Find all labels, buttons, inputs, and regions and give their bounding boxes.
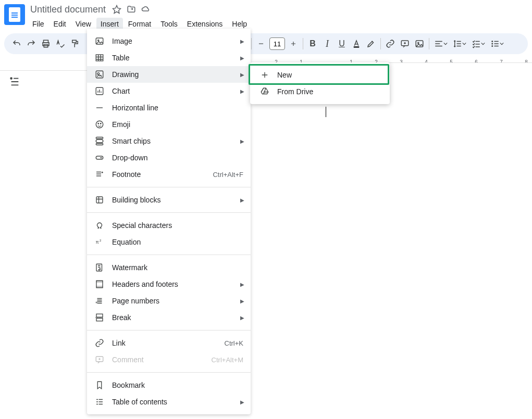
document-title[interactable]: Untitled document — [28, 4, 108, 15]
bookmark-icon — [94, 380, 105, 390]
submenu-item-label: New — [277, 71, 380, 79]
redo-button[interactable] — [24, 36, 39, 51]
menu-item-shortcut: Ctrl+Alt+F — [213, 171, 243, 179]
submenu-arrow-icon: ▶ — [240, 55, 244, 61]
menubar-item-edit[interactable]: Edit — [50, 18, 70, 30]
undo-button[interactable] — [9, 36, 24, 51]
add-comment-button[interactable] — [398, 36, 412, 51]
equation-icon: π2 — [94, 237, 105, 247]
print-button[interactable] — [39, 36, 53, 51]
menu-separator — [87, 212, 251, 213]
spellcheck-button[interactable] — [53, 36, 68, 51]
menu-item-footnote[interactable]: FootnoteCtrl+Alt+F — [87, 166, 251, 183]
svg-rect-14 — [96, 71, 103, 78]
align-button[interactable] — [431, 36, 450, 51]
show-outline-button[interactable] — [6, 73, 23, 91]
menu-item-watermark[interactable]: Watermark — [87, 259, 251, 276]
menu-item-label: Image — [112, 37, 243, 45]
submenu-arrow-icon: ▶ — [240, 282, 244, 287]
bulleted-list-button[interactable] — [488, 36, 506, 51]
text-color-button[interactable] — [349, 36, 364, 51]
paint-format-button[interactable] — [68, 36, 82, 51]
comment-icon — [94, 354, 105, 365]
menu-item-image[interactable]: Image▶ — [87, 33, 251, 49]
star-outline-icon[interactable] — [112, 5, 121, 14]
submenu-item-from-drive[interactable]: From Drive — [250, 83, 390, 100]
menu-item-shortcut: Ctrl+K — [225, 339, 243, 347]
menu-item-table-of-contents[interactable]: Table of contents▶ — [87, 393, 251, 410]
emoji-icon — [94, 119, 105, 130]
menu-item-equation[interactable]: π2Equation — [87, 234, 251, 250]
svg-point-7 — [492, 41, 493, 42]
menu-item-label: Watermark — [112, 263, 243, 272]
break-icon — [94, 312, 105, 323]
menu-item-smart-chips[interactable]: Smart chips▶ — [87, 133, 251, 149]
svg-rect-3 — [354, 46, 360, 47]
menu-item-label: Bookmark — [112, 381, 243, 389]
svg-rect-20 — [96, 139, 103, 143]
svg-point-6 — [418, 42, 419, 43]
menu-item-break[interactable]: Break▶ — [87, 309, 251, 326]
font-size-input[interactable] — [269, 37, 285, 50]
headers-footers-icon — [94, 279, 105, 289]
menu-item-building-blocks[interactable]: Building blocks▶ — [87, 192, 251, 208]
menu-item-page-numbers[interactable]: #Page numbers▶ — [87, 293, 251, 309]
menubar-item-file[interactable]: File — [28, 18, 48, 30]
svg-rect-21 — [96, 137, 103, 139]
menu-item-label: Drawing — [112, 70, 243, 79]
menu-item-shortcut: Ctrl+Alt+M — [212, 356, 243, 364]
menu-item-chart[interactable]: Chart▶ — [87, 83, 251, 99]
menu-item-horizontal-line[interactable]: Horizontal line — [87, 99, 251, 116]
svg-rect-30 — [96, 286, 103, 288]
menu-item-label: Headers and footers — [112, 280, 243, 288]
svg-rect-32 — [96, 314, 103, 317]
submenu-arrow-icon: ▶ — [240, 138, 244, 144]
horizontal-line-icon — [94, 103, 105, 113]
submenu-arrow-icon: ▶ — [240, 298, 244, 304]
menu-item-drawing[interactable]: Drawing▶ — [87, 66, 251, 83]
menu-item-label: Table — [112, 54, 243, 62]
menu-item-special-characters[interactable]: Special characters — [87, 217, 251, 234]
plus-icon — [259, 70, 270, 80]
menu-item-drop-down[interactable]: Drop-down — [87, 149, 251, 166]
menu-item-headers-and-footers[interactable]: Headers and footers▶ — [87, 276, 251, 293]
italic-button[interactable]: I — [320, 36, 335, 51]
insert-image-button[interactable] — [412, 36, 427, 51]
underline-button[interactable]: U — [335, 36, 349, 51]
toolbar: B I U — [4, 33, 528, 54]
cloud-status-icon[interactable] — [141, 5, 151, 14]
insert-link-button[interactable] — [383, 36, 398, 51]
menu-item-label: Equation — [112, 238, 243, 246]
menu-item-link[interactable]: LinkCtrl+K — [87, 335, 251, 351]
menu-item-label: Building blocks — [112, 196, 243, 204]
bold-button[interactable]: B — [305, 36, 320, 51]
svg-text:π: π — [96, 239, 99, 245]
line-spacing-button[interactable] — [450, 36, 469, 51]
submenu-arrow-icon: ▶ — [240, 72, 244, 78]
docs-logo[interactable] — [4, 4, 25, 25]
svg-point-12 — [98, 40, 99, 41]
drawing-submenu: NewFrom Drive — [250, 62, 390, 104]
svg-rect-13 — [96, 55, 103, 61]
footnote-icon — [94, 169, 105, 180]
menu-item-label: Smart chips — [112, 137, 243, 145]
menu-item-bookmark[interactable]: Bookmark — [87, 377, 251, 393]
font-size-increase-button[interactable] — [286, 36, 301, 51]
menu-item-emoji[interactable]: Emoji — [87, 116, 251, 133]
font-size-decrease-button[interactable] — [254, 36, 268, 51]
submenu-item-new[interactable]: New — [250, 67, 390, 83]
submenu-arrow-icon: ▶ — [240, 197, 244, 203]
highlight-color-button[interactable] — [364, 36, 378, 51]
menu-item-label: Horizontal line — [112, 104, 243, 112]
menu-item-label: Break — [112, 313, 243, 322]
submenu-item-label: From Drive — [277, 87, 380, 96]
menu-separator — [87, 255, 251, 255]
checklist-button[interactable] — [469, 36, 488, 51]
table-icon — [94, 53, 105, 63]
menu-item-label: Table of contents — [112, 398, 243, 406]
document-page[interactable] — [274, 62, 532, 419]
move-folder-icon[interactable] — [127, 5, 136, 14]
menu-item-label: Footnote — [112, 170, 213, 179]
page-numbers-icon: # — [94, 296, 105, 306]
menu-item-table[interactable]: Table▶ — [87, 49, 251, 66]
